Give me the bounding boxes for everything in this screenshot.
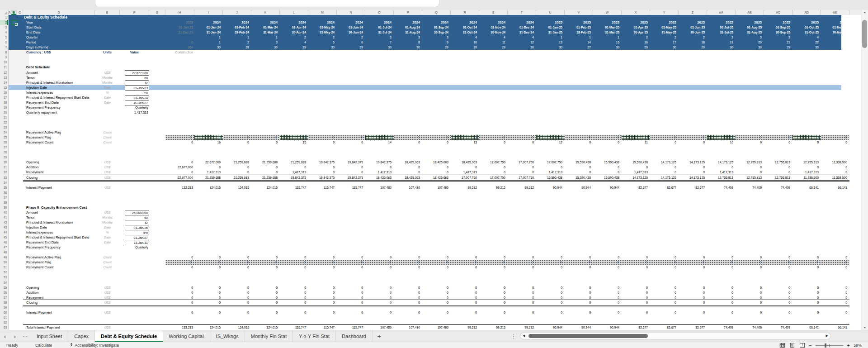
series-cell[interactable]: 0 xyxy=(508,255,534,260)
flag-value[interactable]: 0 xyxy=(165,260,192,265)
row-header-25[interactable]: 25 xyxy=(0,135,8,140)
row-header-56[interactable]: 56 xyxy=(0,290,8,295)
series-cell[interactable]: 0 xyxy=(365,310,392,315)
series-cell[interactable]: 0 xyxy=(394,310,420,315)
series-cell[interactable]: 0 xyxy=(508,285,534,290)
period-header-cell[interactable]: 01-Nov-24 xyxy=(479,25,505,30)
series-cell[interactable]: 21,259,688 xyxy=(251,175,278,180)
series-cell[interactable]: 0 xyxy=(451,265,477,270)
series-cell[interactable]: 0 xyxy=(679,285,705,290)
series-cell[interactable]: 99,212 xyxy=(479,325,505,330)
flag-value[interactable]: 0 xyxy=(593,260,619,265)
period-header-cell[interactable]: 30 xyxy=(308,45,335,50)
row-header-15[interactable]: 15 xyxy=(0,85,8,90)
row-header-52[interactable]: 52 xyxy=(0,270,8,275)
row-label-repayment-frequency[interactable]: Repayment Frequency xyxy=(26,245,61,250)
series-cell[interactable]: 0 xyxy=(565,255,591,260)
period-header-cell[interactable]: 01-Dec-24 xyxy=(508,25,534,30)
sheet-tab-debt-equity-schedule[interactable]: Debt & Equity Schedule xyxy=(95,330,163,342)
input-value[interactable]: 1,417,313 xyxy=(125,110,148,115)
period-header-cell[interactable]: 29 xyxy=(821,45,847,50)
series-cell[interactable]: 0 xyxy=(194,310,221,315)
period-header-cell[interactable]: 4 xyxy=(280,40,306,45)
row-header-4[interactable]: 4 xyxy=(0,30,8,35)
series-cell[interactable]: 0 xyxy=(223,285,249,290)
row-header-9[interactable]: 9 xyxy=(0,55,8,60)
series-cell[interactable]: 18,425,063 xyxy=(422,175,448,180)
period-header-cell[interactable]: 30 xyxy=(251,45,278,50)
series-cell[interactable]: 12,755,813 xyxy=(736,160,762,165)
series-cell[interactable]: 0 xyxy=(536,285,562,290)
period-header-cell[interactable]: 31-May-25 xyxy=(650,30,676,35)
series-cell[interactable]: 0 xyxy=(707,310,733,315)
series-cell[interactable]: 0 xyxy=(508,300,534,305)
series-cell[interactable]: 0 xyxy=(679,165,705,170)
row-header-51[interactable]: 51 xyxy=(0,265,8,270)
series-cell[interactable]: 15,590,438 xyxy=(593,175,619,180)
row-label-repayment-count[interactable]: Repayment Count xyxy=(26,265,53,270)
series-cell[interactable]: 0 xyxy=(764,165,790,170)
period-header-cell[interactable]: 10 xyxy=(451,40,477,45)
series-cell[interactable]: 0 xyxy=(793,310,819,315)
zoom-level[interactable]: 59% xyxy=(854,343,862,348)
series-cell[interactable]: 0 xyxy=(365,290,392,295)
period-header-cell[interactable]: 31-Aug-24 xyxy=(394,30,420,35)
period-header-cell[interactable]: 01-Jan-24 xyxy=(194,25,221,30)
period-header-cell[interactable]: 21 xyxy=(764,40,790,45)
scroll-up-icon[interactable]: ▲ xyxy=(861,11,868,14)
row-header-14[interactable]: 14 xyxy=(0,80,8,85)
series-cell[interactable]: 15,590,438 xyxy=(593,160,619,165)
zoom-in-button[interactable]: + xyxy=(847,343,850,348)
column-header-AE[interactable]: AE xyxy=(821,10,849,15)
series-cell[interactable]: 0 xyxy=(650,310,676,315)
series-cell[interactable]: 82,677 xyxy=(679,185,705,190)
period-header-cell[interactable]: 31-May-24 xyxy=(308,30,335,35)
period-header-cell[interactable]: 2 xyxy=(337,35,363,40)
series-cell[interactable]: 0 xyxy=(280,285,306,290)
row-header-31[interactable]: 31 xyxy=(0,165,8,170)
series-cell[interactable]: 0 xyxy=(280,165,306,170)
series-cell[interactable]: 0 xyxy=(479,290,505,295)
series-cell[interactable]: 107,480 xyxy=(422,185,448,190)
series-cell[interactable]: 0 xyxy=(565,265,591,270)
period-header-cell[interactable]: 14 xyxy=(565,40,591,45)
column-header-U[interactable]: U xyxy=(536,10,565,15)
flag-value[interactable]: 0 xyxy=(337,260,363,265)
column-header-C[interactable]: C xyxy=(17,10,23,15)
column-header-A[interactable]: A xyxy=(8,10,11,15)
series-cell[interactable]: 19,842,375 xyxy=(280,175,306,180)
series-cell[interactable]: 0 xyxy=(223,165,249,170)
period-header-cell[interactable]: 4 xyxy=(508,35,534,40)
series-cell[interactable]: 0 xyxy=(764,290,790,295)
scroll-left-icon[interactable]: ◀ xyxy=(523,334,525,338)
period-header-cell[interactable]: 15 xyxy=(593,40,619,45)
flag-value[interactable]: 0 xyxy=(679,260,704,265)
series-cell[interactable]: 99,212 xyxy=(451,185,477,190)
period-header-cell[interactable]: 4 xyxy=(479,35,505,40)
series-cell[interactable]: 0 xyxy=(821,300,847,305)
column-header-AA[interactable]: AA xyxy=(707,10,736,15)
row-header-22[interactable]: 22 xyxy=(0,120,8,125)
row-label-addition[interactable]: Addition xyxy=(26,165,38,170)
row-label-amount[interactable]: Amount xyxy=(26,70,38,75)
series-cell[interactable]: 15,590,438 xyxy=(565,160,591,165)
period-header-cell[interactable]: 2025 xyxy=(622,20,648,25)
flag-value[interactable]: 1 xyxy=(280,135,307,140)
row-header-19[interactable]: 19 xyxy=(0,105,8,110)
series-cell[interactable]: 0 xyxy=(479,285,505,290)
series-cell[interactable]: 0 xyxy=(593,140,619,145)
flag-value[interactable]: 0 xyxy=(223,135,249,140)
flag-value[interactable]: 0 xyxy=(223,260,249,265)
flag-value[interactable]: 0 xyxy=(194,260,220,265)
series-cell[interactable]: 74,409 xyxy=(707,185,733,190)
series-cell[interactable]: 0 xyxy=(422,310,448,315)
period-header-cell[interactable]: 30-Nov-24 xyxy=(479,30,505,35)
period-header-cell[interactable]: 1 xyxy=(223,35,249,40)
flag-value[interactable]: 0 xyxy=(394,135,420,140)
series-cell[interactable]: 90,944 xyxy=(593,325,619,330)
series-cell[interactable]: 115,747 xyxy=(337,325,363,330)
period-header-cell[interactable]: 01-Feb-24 xyxy=(223,25,249,30)
series-cell[interactable]: 0 xyxy=(679,290,705,295)
series-cell[interactable]: 15,590,438 xyxy=(536,175,562,180)
row-header-32[interactable]: 32 xyxy=(0,170,8,175)
